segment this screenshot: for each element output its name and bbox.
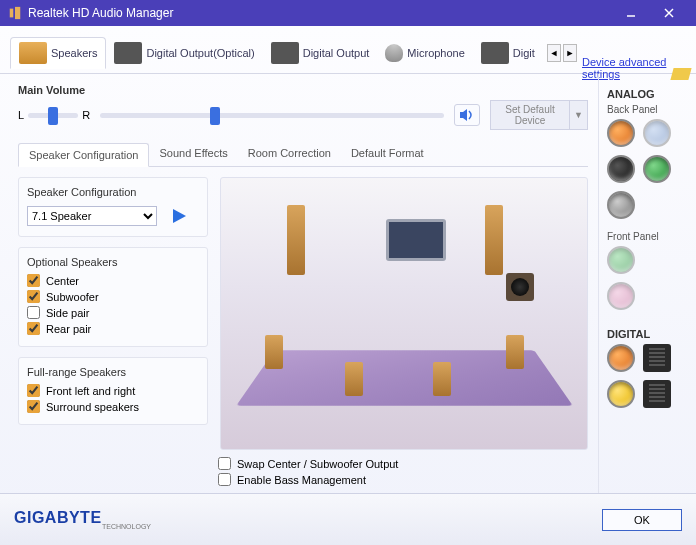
config-subtabs: Speaker Configuration Sound Effects Room…	[18, 142, 588, 167]
tab-digit[interactable]: Digit	[473, 38, 543, 68]
flag-icon	[670, 68, 691, 80]
subwoofer-label: Subwoofer	[46, 291, 99, 303]
tab-digital-output[interactable]: Digital Output	[263, 38, 378, 68]
jack-black[interactable]	[607, 155, 635, 183]
ok-button[interactable]: OK	[602, 509, 682, 531]
side-pair-label: Side pair	[46, 307, 89, 319]
device-icon	[271, 42, 299, 64]
balance-left-label: L	[18, 109, 24, 121]
jack-orange[interactable]	[607, 119, 635, 147]
side-pair-checkbox[interactable]	[27, 306, 40, 319]
digital-optical-out[interactable]	[643, 344, 671, 372]
minimize-button[interactable]	[612, 0, 650, 26]
brand-subtitle: TECHNOLOGY	[102, 523, 151, 530]
device-icon	[114, 42, 142, 64]
digital-coax-in[interactable]	[607, 380, 635, 408]
jack-blue[interactable]	[643, 119, 671, 147]
window-title: Realtek HD Audio Manager	[28, 6, 173, 20]
set-default-device-button[interactable]: Set Default Device	[490, 100, 570, 130]
main-volume-label: Main Volume	[18, 84, 588, 96]
tab-digital-optical[interactable]: Digital Output(Optical)	[106, 38, 262, 68]
connector-panel: ANALOG Back Panel Front Panel DIGITAL	[598, 74, 696, 493]
microphone-icon	[385, 44, 403, 62]
jack-green[interactable]	[643, 155, 671, 183]
tv-icon	[386, 219, 446, 261]
surround-label: Surround speakers	[46, 401, 139, 413]
digital-optical-in[interactable]	[643, 380, 671, 408]
set-default-dropdown[interactable]: ▼	[570, 100, 588, 130]
tab-label: Digital Output	[303, 47, 370, 59]
titlebar: Realtek HD Audio Manager	[0, 0, 696, 26]
digital-coax-out[interactable]	[607, 344, 635, 372]
svg-rect-0	[10, 9, 14, 18]
surround-checkbox[interactable]	[27, 400, 40, 413]
jack-grey[interactable]	[607, 191, 635, 219]
analog-section-title: ANALOG	[607, 88, 688, 100]
bass-management-label: Enable Bass Management	[237, 474, 366, 486]
subtab-speaker-config[interactable]: Speaker Configuration	[18, 143, 149, 167]
speaker-sound-icon	[459, 108, 475, 122]
svg-marker-6	[173, 209, 186, 223]
tabs-scroll-left[interactable]: ◄	[547, 44, 561, 62]
bass-management-checkbox[interactable]	[218, 473, 231, 486]
back-panel-label: Back Panel	[607, 104, 688, 115]
svg-rect-1	[15, 7, 20, 19]
center-label: Center	[46, 275, 79, 287]
speakers-icon	[19, 42, 47, 64]
digital-section-title: DIGITAL	[607, 328, 688, 340]
balance-slider[interactable]	[28, 113, 78, 118]
mute-button[interactable]	[454, 104, 480, 126]
test-play-button[interactable]	[167, 204, 191, 228]
center-checkbox[interactable]	[27, 274, 40, 287]
app-icon	[8, 6, 22, 20]
close-button[interactable]	[650, 0, 688, 26]
front-lr-label: Front left and right	[46, 385, 135, 397]
device-icon	[481, 42, 509, 64]
tab-label: Microphone	[407, 47, 464, 59]
tab-label: Speakers	[51, 47, 97, 59]
jack-front-pink[interactable]	[607, 282, 635, 310]
rear-pair-checkbox[interactable]	[27, 322, 40, 335]
balance-right-label: R	[82, 109, 90, 121]
fullrange-speakers-label: Full-range Speakers	[27, 366, 199, 378]
footer: GIGABYTE TECHNOLOGY OK	[0, 493, 696, 545]
front-panel-label: Front Panel	[607, 231, 688, 242]
subtab-sound-effects[interactable]: Sound Effects	[149, 142, 237, 166]
subtab-default-format[interactable]: Default Format	[341, 142, 434, 166]
speaker-layout-preview	[220, 177, 588, 450]
jack-front-green[interactable]	[607, 246, 635, 274]
speaker-config-label: Speaker Configuration	[27, 186, 199, 198]
play-icon	[170, 207, 188, 225]
front-lr-checkbox[interactable]	[27, 384, 40, 397]
tab-microphone[interactable]: Microphone	[377, 40, 472, 66]
swap-center-sub-label: Swap Center / Subwoofer Output	[237, 458, 398, 470]
tab-speakers[interactable]: Speakers	[10, 37, 106, 69]
tab-label: Digit	[513, 47, 535, 59]
swap-center-sub-checkbox[interactable]	[218, 457, 231, 470]
subwoofer-checkbox[interactable]	[27, 290, 40, 303]
subtab-room-correction[interactable]: Room Correction	[238, 142, 341, 166]
main-volume-slider[interactable]	[100, 113, 444, 118]
optional-speakers-label: Optional Speakers	[27, 256, 199, 268]
speaker-config-select[interactable]: 7.1 Speaker	[27, 206, 157, 226]
tab-label: Digital Output(Optical)	[146, 47, 254, 59]
svg-marker-5	[460, 109, 467, 121]
tabs-scroll-right[interactable]: ►	[563, 44, 577, 62]
rear-pair-label: Rear pair	[46, 323, 91, 335]
